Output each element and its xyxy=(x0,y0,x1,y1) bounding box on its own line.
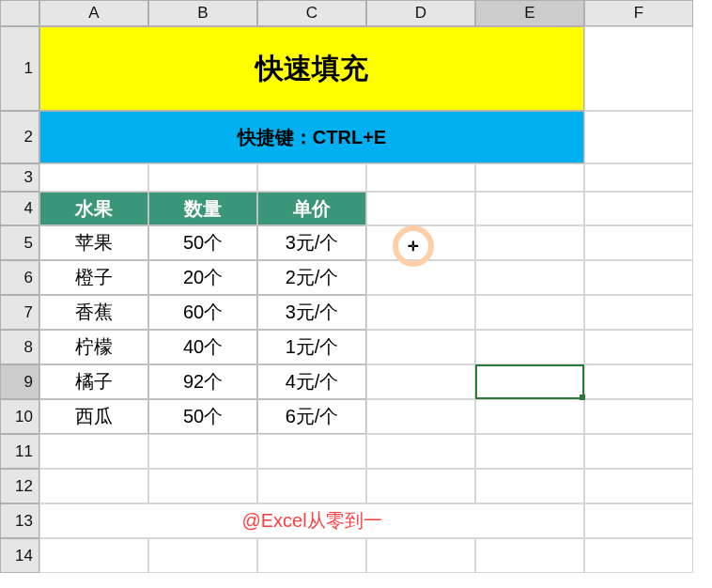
cell-d8[interactable] xyxy=(366,330,475,364)
cell-f5[interactable] xyxy=(584,225,693,260)
col-header-a[interactable]: A xyxy=(39,0,148,26)
cell-d5[interactable] xyxy=(366,225,475,260)
cell-b14[interactable] xyxy=(148,538,257,573)
col-header-e[interactable]: E xyxy=(475,0,584,26)
credit-text: @Excel从零到一 xyxy=(39,503,584,538)
col-header-f[interactable]: F xyxy=(584,0,693,26)
cell-e11[interactable] xyxy=(475,434,584,469)
cell-d6[interactable] xyxy=(366,260,475,295)
cell-f2[interactable] xyxy=(584,111,693,163)
cell-b11[interactable] xyxy=(148,434,257,469)
cell-f3[interactable] xyxy=(584,163,693,192)
cell-d11[interactable] xyxy=(366,434,475,469)
cell-d7[interactable] xyxy=(366,295,475,330)
row-header-14[interactable]: 14 xyxy=(0,538,39,573)
row-header-3[interactable]: 3 xyxy=(0,163,39,192)
cell-a3[interactable] xyxy=(39,163,148,192)
cell-f7[interactable] xyxy=(584,295,693,330)
table-row[interactable]: 西瓜 xyxy=(39,399,148,434)
cell-e8[interactable] xyxy=(475,330,584,364)
row-header-10[interactable]: 10 xyxy=(0,399,39,434)
cell-c14[interactable] xyxy=(257,538,366,573)
table-row[interactable]: 3元/个 xyxy=(257,225,366,260)
row-header-7[interactable]: 7 xyxy=(0,295,39,330)
cell-f6[interactable] xyxy=(584,260,693,295)
cell-c12[interactable] xyxy=(257,469,366,503)
cell-f10[interactable] xyxy=(584,399,693,434)
subtitle-cell[interactable]: 快捷键：CTRL+E xyxy=(39,111,584,163)
table-row[interactable]: 橙子 xyxy=(39,260,148,295)
table-row[interactable]: 50个 xyxy=(148,399,257,434)
table-row[interactable]: 4元/个 xyxy=(257,364,366,399)
cell-a14[interactable] xyxy=(39,538,148,573)
cell-f13[interactable] xyxy=(584,503,693,538)
cell-e10[interactable] xyxy=(475,399,584,434)
table-row[interactable]: 1元/个 xyxy=(257,330,366,364)
cell-e12[interactable] xyxy=(475,469,584,503)
row-header-12[interactable]: 12 xyxy=(0,469,39,503)
table-header-price[interactable]: 单价 xyxy=(257,192,366,225)
cell-d10[interactable] xyxy=(366,399,475,434)
cell-d14[interactable] xyxy=(366,538,475,573)
spreadsheet-grid[interactable]: A B C D E F 1 快速填充 2 快捷键：CTRL+E 3 4 水果 数… xyxy=(0,0,712,573)
title-cell[interactable]: 快速填充 xyxy=(39,26,584,111)
row-header-1[interactable]: 1 xyxy=(0,26,39,111)
table-header-fruit[interactable]: 水果 xyxy=(39,192,148,225)
col-header-b[interactable]: B xyxy=(148,0,257,26)
cell-e4[interactable] xyxy=(475,192,584,225)
row-header-4[interactable]: 4 xyxy=(0,192,39,225)
cell-c3[interactable] xyxy=(257,163,366,192)
cell-c11[interactable] xyxy=(257,434,366,469)
cell-f12[interactable] xyxy=(584,469,693,503)
cell-e14[interactable] xyxy=(475,538,584,573)
cell-f9[interactable] xyxy=(584,364,693,399)
table-row[interactable]: 6元/个 xyxy=(257,399,366,434)
table-row[interactable]: 92个 xyxy=(148,364,257,399)
cell-f14[interactable] xyxy=(584,538,693,573)
col-header-d[interactable]: D xyxy=(366,0,475,26)
cell-a12[interactable] xyxy=(39,469,148,503)
row-header-5[interactable]: 5 xyxy=(0,225,39,260)
table-row[interactable]: 20个 xyxy=(148,260,257,295)
cell-d12[interactable] xyxy=(366,469,475,503)
cell-f4[interactable] xyxy=(584,192,693,225)
cell-e9-selected[interactable] xyxy=(475,364,584,399)
cell-e5[interactable] xyxy=(475,225,584,260)
table-row[interactable]: 香蕉 xyxy=(39,295,148,330)
select-all-corner[interactable] xyxy=(0,0,39,26)
cell-f1[interactable] xyxy=(584,26,693,111)
cell-b3[interactable] xyxy=(148,163,257,192)
cell-b12[interactable] xyxy=(148,469,257,503)
col-header-c[interactable]: C xyxy=(257,0,366,26)
table-row[interactable]: 柠檬 xyxy=(39,330,148,364)
cell-d9[interactable] xyxy=(366,364,475,399)
row-header-9[interactable]: 9 xyxy=(0,364,39,399)
table-row[interactable]: 50个 xyxy=(148,225,257,260)
table-row[interactable]: 60个 xyxy=(148,295,257,330)
cell-d4[interactable] xyxy=(366,192,475,225)
row-header-6[interactable]: 6 xyxy=(0,260,39,295)
cell-e6[interactable] xyxy=(475,260,584,295)
table-row[interactable]: 2元/个 xyxy=(257,260,366,295)
row-header-2[interactable]: 2 xyxy=(0,111,39,163)
row-header-11[interactable]: 11 xyxy=(0,434,39,469)
table-row[interactable]: 40个 xyxy=(148,330,257,364)
cell-f8[interactable] xyxy=(584,330,693,364)
cell-f11[interactable] xyxy=(584,434,693,469)
table-row[interactable]: 3元/个 xyxy=(257,295,366,330)
cell-e7[interactable] xyxy=(475,295,584,330)
row-header-8[interactable]: 8 xyxy=(0,330,39,364)
table-row[interactable]: 苹果 xyxy=(39,225,148,260)
table-row[interactable]: 橘子 xyxy=(39,364,148,399)
cell-d3[interactable] xyxy=(366,163,475,192)
cell-a11[interactable] xyxy=(39,434,148,469)
table-header-qty[interactable]: 数量 xyxy=(148,192,257,225)
cell-e3[interactable] xyxy=(475,163,584,192)
row-header-13[interactable]: 13 xyxy=(0,503,39,538)
